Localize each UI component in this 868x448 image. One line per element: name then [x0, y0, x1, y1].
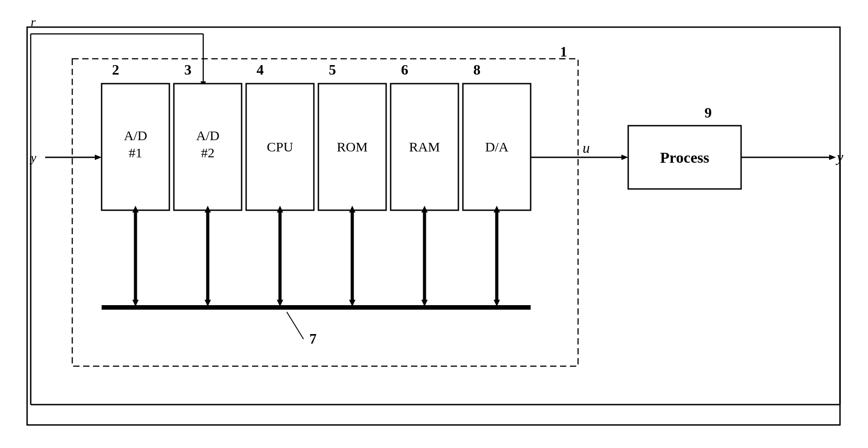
diagram-container: r 1 y 2 A/D #1 3 A/D #2 4	[0, 0, 868, 448]
arrow-process-y	[829, 155, 836, 160]
u-label: u	[583, 140, 590, 156]
process-label: Process	[660, 149, 709, 166]
num3-label: 3	[184, 61, 191, 78]
da-label: D/A	[485, 139, 509, 154]
num2-label: 2	[112, 61, 119, 78]
num9-label: 9	[705, 104, 712, 121]
num7-label: 7	[309, 330, 317, 347]
ad2-label: A/D	[196, 128, 219, 143]
arrow-da-process	[621, 155, 628, 160]
ad1-label2: #1	[129, 145, 142, 160]
num4-label: 4	[257, 61, 264, 78]
svg-line-5	[287, 312, 303, 339]
ram-label: RAM	[409, 139, 440, 154]
ad1-label: A/D	[124, 128, 147, 143]
r-label: r	[31, 15, 36, 29]
cpu-label: CPU	[267, 139, 294, 154]
num5-label: 5	[329, 61, 336, 78]
rom-label: ROM	[337, 139, 368, 154]
num6-label: 6	[401, 61, 408, 78]
num1-label: 1	[560, 43, 567, 60]
ad2-label2: #2	[201, 145, 215, 160]
num8-label: 8	[473, 61, 481, 78]
arrow-y-ad1	[95, 155, 102, 160]
